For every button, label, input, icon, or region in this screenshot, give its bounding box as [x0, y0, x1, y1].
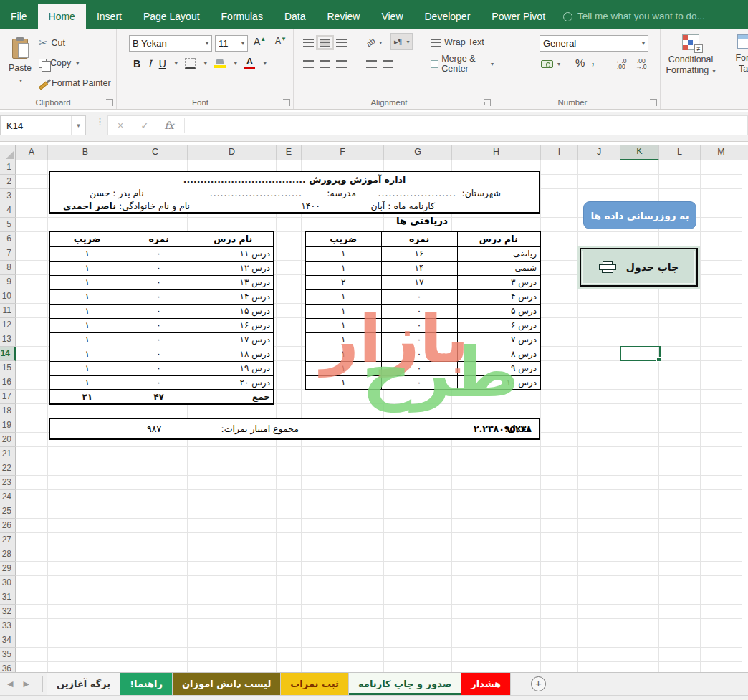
italic-button[interactable]: I	[148, 58, 152, 69]
table-cell[interactable]: ۱	[49, 332, 125, 347]
table-cell[interactable]: ۱	[305, 318, 381, 332]
table-cell[interactable]: ۲۱	[49, 390, 125, 404]
table-cell[interactable]: ۰	[125, 289, 193, 304]
increase-decimal-button[interactable]: ←.0.00	[615, 56, 627, 72]
column-header-K[interactable]: K	[620, 145, 659, 160]
table-cell[interactable]: ۱	[305, 361, 381, 375]
table-cell[interactable]: ریاضی	[457, 246, 540, 261]
font-size-combo[interactable]: 11▾	[215, 35, 248, 52]
decrease-decimal-button[interactable]: .00→.0	[636, 56, 647, 72]
table-cell[interactable]: ۰	[381, 361, 457, 375]
sheet-nav-right-icon[interactable]: ▶	[23, 679, 29, 689]
row-header-13[interactable]: 13	[0, 332, 16, 347]
table-cell[interactable]: ۱	[49, 246, 125, 261]
chevron-down-icon[interactable]: ▾	[175, 60, 178, 67]
row-header-20[interactable]: 20	[0, 433, 16, 447]
table-cell[interactable]: ۰	[125, 261, 193, 275]
row-header-16[interactable]: 16	[0, 375, 16, 390]
paste-button[interactable]: Paste ▾	[4, 33, 36, 103]
sheet-tab-2[interactable]: راهنما!	[120, 673, 173, 695]
ribbon-tab-home[interactable]: Home	[38, 4, 86, 29]
row-header-25[interactable]: 25	[0, 504, 16, 519]
font-color-button[interactable]: A	[244, 57, 255, 69]
ribbon-tab-developer[interactable]: Developer	[414, 4, 481, 29]
align-middle-icon[interactable]	[320, 39, 330, 47]
wrap-text-button[interactable]: Wrap Text	[431, 34, 484, 50]
row-header-23[interactable]: 23	[0, 476, 16, 490]
table-cell[interactable]: ۱	[305, 347, 381, 361]
table-cell[interactable]: ۰	[381, 304, 457, 318]
column-header-F[interactable]: F	[302, 145, 384, 160]
alignment-dialog-launcher[interactable]	[484, 99, 491, 106]
new-sheet-button[interactable]: +	[531, 676, 546, 691]
chevron-down-icon[interactable]: ▾	[264, 60, 267, 67]
selected-cell-K14[interactable]	[620, 346, 661, 361]
column-header-G[interactable]: G	[384, 145, 452, 160]
column-header-B[interactable]: B	[48, 145, 123, 160]
table-cell[interactable]: ۱	[305, 261, 381, 275]
align-center-icon[interactable]	[320, 60, 330, 68]
column-header-J[interactable]: J	[578, 145, 620, 160]
table-cell[interactable]: ۴۷	[125, 390, 193, 404]
table-cell[interactable]: درس ۱۴	[193, 289, 274, 304]
row-header-30[interactable]: 30	[0, 576, 16, 590]
copy-button[interactable]: Copy ▾	[39, 54, 79, 72]
table-cell[interactable]: ۰	[125, 246, 193, 261]
chevron-down-icon[interactable]: ▾	[234, 60, 237, 67]
table-cell[interactable]: ۱	[305, 246, 381, 261]
table-cell[interactable]: جمع	[193, 390, 274, 404]
chevron-down-icon[interactable]: ▼	[71, 116, 85, 135]
row-header-8[interactable]: 8	[0, 261, 16, 275]
number-format-combo[interactable]: General▾	[540, 35, 648, 52]
table-cell[interactable]: ۱	[49, 275, 125, 289]
fill-color-button[interactable]	[214, 59, 226, 68]
name-box[interactable]: K14 ▼	[0, 115, 86, 135]
formula-bar-grip[interactable]: ⋮	[95, 118, 102, 125]
sheet-tab-5[interactable]: صدور و چاپ کارنامه	[349, 673, 461, 695]
row-header-22[interactable]: 22	[0, 461, 16, 476]
row-header-17[interactable]: 17	[0, 390, 16, 404]
table-cell[interactable]: درس ۴	[457, 289, 540, 304]
select-all-corner[interactable]	[0, 145, 16, 160]
table-cell[interactable]: ۱	[49, 304, 125, 318]
row-header-31[interactable]: 31	[0, 590, 16, 605]
chevron-down-icon[interactable]: ▾	[204, 60, 207, 67]
decrease-indent-icon[interactable]	[366, 60, 377, 68]
table-cell[interactable]: ۰	[381, 375, 457, 390]
row-header-7[interactable]: 7	[0, 246, 16, 261]
row-header-3[interactable]: 3	[0, 189, 16, 203]
table-cell[interactable]: شیمی	[457, 261, 540, 275]
format-as-table-button[interactable]: FormTab	[724, 34, 748, 75]
table-cell[interactable]: ۰	[381, 347, 457, 361]
table-cell[interactable]: ۰	[125, 332, 193, 347]
table-cell[interactable]: ۰	[125, 275, 193, 289]
conditional-formatting-button[interactable]: ≠ ConditionalFormatting ▾	[663, 34, 719, 77]
table-cell[interactable]: درس ۵	[457, 304, 540, 318]
column-header-H[interactable]: H	[452, 145, 541, 160]
row-header-6[interactable]: 6	[0, 232, 16, 246]
align-top-icon[interactable]	[303, 39, 314, 47]
sheet-tab-3[interactable]: لیست دانش اموزان	[173, 673, 281, 695]
accounting-format-icon[interactable]	[541, 60, 553, 68]
row-header-1[interactable]: 1	[0, 160, 16, 175]
table-cell[interactable]: ۰	[381, 289, 457, 304]
column-header-L[interactable]: L	[659, 145, 701, 160]
table-cell[interactable]: ۰	[125, 347, 193, 361]
align-bottom-icon[interactable]	[336, 39, 347, 47]
row-header-27[interactable]: 27	[0, 533, 16, 547]
row-header-5[interactable]: 5	[0, 218, 16, 232]
align-left-icon[interactable]	[303, 60, 314, 68]
font-dialog-launcher[interactable]	[283, 99, 290, 106]
chevron-down-icon[interactable]: ▾	[557, 61, 560, 67]
row-header-36[interactable]: 36	[0, 662, 16, 676]
table-cell[interactable]: ۱	[49, 361, 125, 375]
table-cell[interactable]: ۱	[49, 318, 125, 332]
table-cell[interactable]: ۰	[125, 318, 193, 332]
row-header-2[interactable]: 2	[0, 175, 16, 189]
table-cell[interactable]: ۱۶	[381, 246, 457, 261]
table-cell[interactable]: ۰	[381, 332, 457, 347]
sheet-nav-left-icon[interactable]: ◀	[7, 679, 13, 689]
table-cell[interactable]: ۱	[49, 261, 125, 275]
orientation-icon[interactable]: ab	[365, 37, 377, 49]
comma-style-button[interactable]: ,	[591, 52, 595, 68]
